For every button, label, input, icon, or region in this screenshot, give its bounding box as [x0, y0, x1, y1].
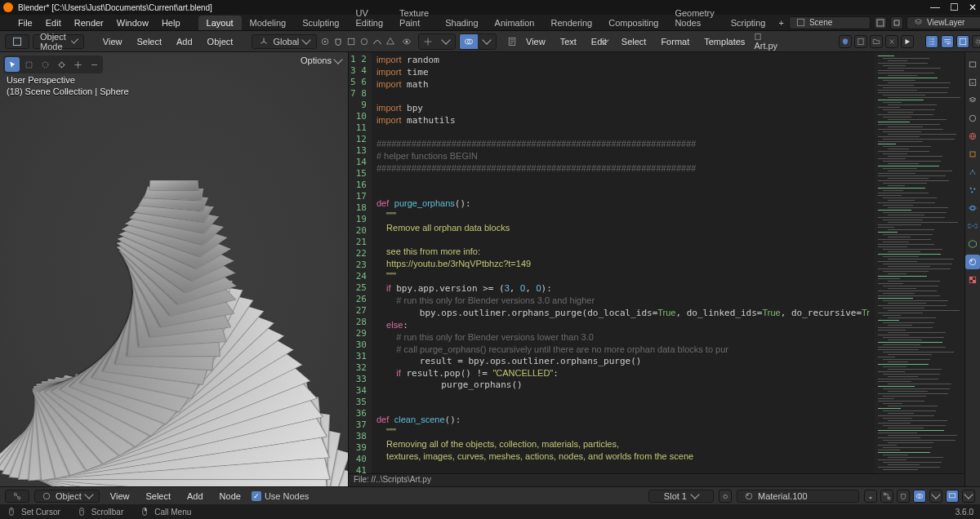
menu-file[interactable]: File	[11, 16, 39, 29]
prop-constraint[interactable]	[965, 219, 980, 233]
sh-overlay-button[interactable]	[913, 490, 926, 503]
sh-menu-add[interactable]: Add	[181, 490, 209, 503]
visibility-button[interactable]	[399, 34, 415, 49]
te-menu-view[interactable]: View	[520, 35, 551, 48]
proportional-type-button[interactable]	[372, 34, 382, 49]
te-settings-button[interactable]	[972, 35, 980, 48]
te-menu-select[interactable]: Select	[616, 35, 653, 48]
sculpture-object[interactable]	[0, 108, 349, 483]
overlays-dd-button[interactable]	[478, 34, 496, 49]
scene-browse-button[interactable]	[874, 16, 887, 29]
tab-shading[interactable]: Shading	[437, 16, 486, 30]
text-body[interactable]: 1 2 3 4 5 6 7 8 9 10 11 12 13 14 15 16 1…	[349, 52, 964, 473]
te-run-button[interactable]	[901, 35, 914, 48]
tab-rendering[interactable]: Rendering	[542, 16, 600, 30]
sh-menu-select[interactable]: Select	[140, 490, 176, 503]
gizmo-dd-button[interactable]	[437, 34, 455, 49]
prop-viewlayer[interactable]	[965, 93, 980, 108]
minimize-button[interactable]: —	[930, 2, 940, 13]
close-button[interactable]: ✕	[969, 2, 977, 13]
tool-select[interactable]	[5, 57, 20, 72]
minimap[interactable]	[875, 52, 964, 473]
vp-menu-select[interactable]: Select	[131, 35, 167, 48]
editor-type-dropdown[interactable]	[5, 34, 29, 49]
slot-browse-button[interactable]: ○	[719, 490, 732, 503]
material-field[interactable]: Material.100	[737, 490, 859, 503]
sh-display-button[interactable]	[946, 490, 959, 503]
tool-more[interactable]	[87, 57, 101, 72]
tool-cursor[interactable]	[54, 57, 69, 72]
sh-menu-node[interactable]: Node	[214, 490, 247, 503]
snap-type-button[interactable]	[346, 34, 356, 49]
proportional-button[interactable]	[359, 34, 369, 49]
viewport[interactable]: Options User Perspective (18) Scene Coll…	[0, 52, 349, 486]
mode-dropdown[interactable]: Object Mode	[33, 34, 84, 49]
textblock-field[interactable]: Art.py	[754, 33, 835, 51]
sh-tree-button[interactable]	[880, 490, 893, 503]
te-menu-format[interactable]: Format	[655, 35, 695, 48]
vp-menu-object[interactable]: Object	[202, 35, 239, 48]
tab-geometry-nodes[interactable]: Geometry Nodes	[666, 6, 722, 30]
te-new-button[interactable]	[854, 35, 867, 48]
slot-dropdown[interactable]: Slot 1	[648, 490, 714, 503]
prop-texture[interactable]	[965, 273, 980, 287]
prop-render[interactable]	[965, 57, 980, 72]
prop-particle[interactable]	[965, 183, 980, 197]
shape-button[interactable]	[385, 34, 395, 49]
options-dropdown[interactable]: Options	[301, 55, 341, 65]
pivot-button[interactable]	[320, 34, 330, 49]
sh-pin-button[interactable]	[864, 490, 877, 503]
te-linenum-button[interactable]	[925, 35, 938, 48]
tab-sculpting[interactable]: Sculpting	[294, 16, 347, 30]
tool-select-box[interactable]	[21, 57, 36, 72]
te-wrap-button[interactable]	[941, 35, 954, 48]
gizmo-button[interactable]	[419, 34, 437, 49]
tab-texture-paint[interactable]: Texture Paint	[391, 6, 437, 30]
te-syntax-button[interactable]	[956, 35, 969, 48]
prop-physics[interactable]	[965, 201, 980, 215]
prop-material[interactable]	[965, 255, 980, 269]
prop-object[interactable]	[965, 147, 980, 162]
vp-menu-view[interactable]: View	[97, 35, 128, 48]
snap-button[interactable]	[333, 34, 343, 49]
menu-render[interactable]: Render	[68, 16, 110, 29]
tab-compositing[interactable]: Compositing	[600, 16, 666, 30]
te-menu-edit[interactable]: Edit	[586, 35, 612, 48]
tab-scripting[interactable]: Scripting	[723, 16, 774, 30]
orientation-dropdown[interactable]: Global	[252, 34, 317, 49]
tab-layout[interactable]: Layout	[198, 16, 242, 30]
prop-output[interactable]	[965, 75, 980, 90]
overlays-button[interactable]	[460, 34, 478, 49]
prop-scene[interactable]	[965, 111, 980, 126]
sh-display-dd-button[interactable]	[962, 490, 975, 503]
menu-edit[interactable]: Edit	[39, 16, 68, 29]
tab-uv-editing[interactable]: UV Editing	[347, 6, 391, 30]
menu-window[interactable]: Window	[110, 16, 155, 29]
tool-move[interactable]	[70, 57, 85, 72]
vp-menu-add[interactable]: Add	[171, 35, 198, 48]
prop-data[interactable]	[965, 237, 980, 251]
tab-animation[interactable]: Animation	[487, 16, 543, 30]
prop-modifier[interactable]	[965, 165, 980, 180]
use-nodes-checkbox[interactable]: ✓ Use Nodes	[252, 491, 309, 501]
viewlayer-field[interactable]: ViewLayer	[906, 16, 980, 29]
te-menu-text[interactable]: Text	[555, 35, 582, 48]
texteditor-type-dropdown[interactable]	[507, 37, 517, 47]
sh-snap-button[interactable]	[897, 490, 910, 503]
tab-modeling[interactable]: Modeling	[242, 16, 295, 30]
menu-help[interactable]: Help	[155, 16, 187, 29]
tool-select-circle[interactable]	[38, 57, 52, 72]
shader-type-dropdown[interactable]	[5, 490, 29, 503]
code-area[interactable]: import random import time import math im…	[372, 52, 875, 473]
sh-menu-view[interactable]: View	[105, 490, 136, 503]
sh-overlay-dd-button[interactable]	[929, 490, 942, 503]
scene-field[interactable]: Scene	[789, 16, 871, 29]
te-shield-button[interactable]	[839, 35, 852, 48]
maximize-button[interactable]: ☐	[950, 2, 959, 13]
te-unlink-button[interactable]	[885, 35, 898, 48]
prop-world[interactable]	[965, 129, 980, 144]
tab-add[interactable]: +	[773, 16, 788, 30]
shader-mode-dropdown[interactable]: Object	[34, 490, 100, 503]
te-menu-templates[interactable]: Templates	[698, 35, 751, 48]
te-open-button[interactable]	[870, 35, 883, 48]
